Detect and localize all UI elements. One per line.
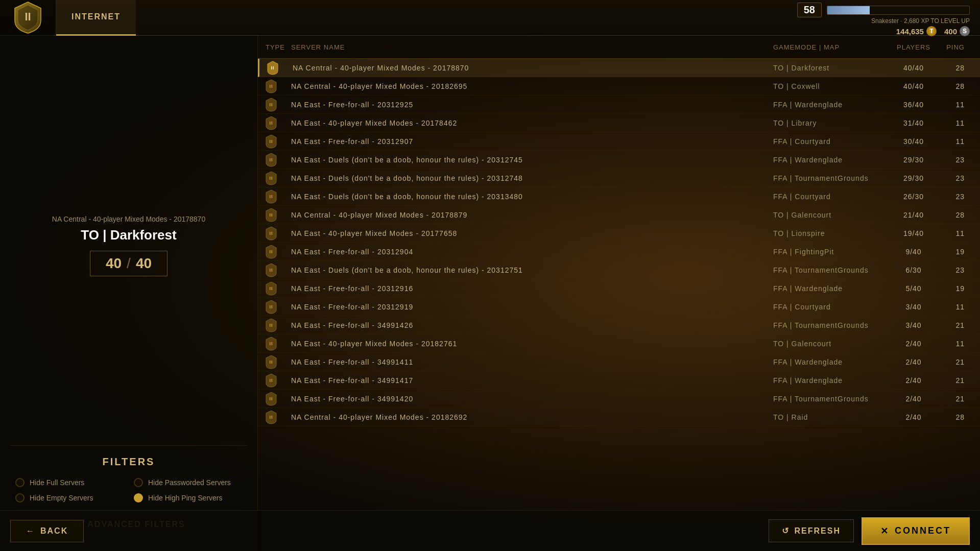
xp-bar-fill: [827, 6, 870, 14]
server-name: NA East - Duels (don't be a doob, honour…: [291, 193, 773, 201]
table-row[interactable]: II NA East - Free-for-all - 20312925 FFA…: [258, 95, 980, 114]
svg-text:II: II: [269, 176, 273, 181]
currency-row: 144,635 T 400 S: [896, 26, 970, 36]
server-ping: 11: [937, 137, 972, 146]
server-ping: 21: [937, 358, 972, 366]
server-players: 29/30: [891, 156, 937, 164]
server-type-icon: II: [266, 134, 291, 149]
svg-text:II: II: [269, 231, 273, 236]
server-players: 9/40: [891, 248, 937, 256]
table-row[interactable]: II NA East - 40-player Mixed Modes - 201…: [258, 114, 980, 132]
gold-coin-icon: T: [926, 26, 937, 36]
table-row[interactable]: II NA East - Duels (don't be a doob, hon…: [258, 187, 980, 206]
server-players: 2/40: [891, 376, 937, 385]
svg-text:II: II: [269, 378, 273, 383]
server-players: 2/40: [891, 340, 937, 348]
server-gamemode: FFA | Wardenglade: [773, 101, 891, 109]
svg-text:II: II: [25, 10, 31, 23]
server-players: 6/30: [891, 266, 937, 274]
server-players: 30/40: [891, 137, 937, 146]
back-button[interactable]: ← BACK: [10, 520, 84, 542]
filter-dot-hide-full: [15, 478, 25, 487]
server-name: NA East - Free-for-all - 34991420: [291, 395, 773, 403]
server-type-icon: II: [266, 337, 291, 351]
server-name: NA East - Free-for-all - 34991417: [291, 376, 773, 385]
server-ping: 23: [937, 266, 972, 274]
server-players: 2/40: [891, 413, 937, 421]
svg-text:II: II: [269, 121, 273, 126]
server-type-icon: II: [266, 355, 291, 369]
server-gamemode: FFA | TournamentGrounds: [773, 395, 891, 403]
filter-grid: Hide Full Servers Hide Passworded Server…: [15, 478, 242, 502]
server-name: NA East - 40-player Mixed Modes - 201827…: [291, 340, 773, 348]
refresh-button[interactable]: ↺ REFRESH: [769, 519, 854, 542]
server-type-icon: II: [267, 61, 293, 75]
selected-server-gamemode: TO | Darkforest: [81, 227, 176, 243]
table-row[interactable]: II NA East - Free-for-all - 34991420 FFA…: [258, 390, 980, 408]
server-ping: 19: [937, 284, 972, 293]
server-ping: 21: [937, 321, 972, 329]
filter-hide-full[interactable]: Hide Full Servers: [15, 478, 124, 487]
server-name: NA East - Free-for-all - 34991426: [291, 321, 773, 329]
svg-text:II: II: [269, 102, 273, 107]
svg-text:II: II: [269, 323, 273, 328]
server-ping: 11: [937, 101, 972, 109]
table-row[interactable]: II NA Central - 40-player Mixed Modes - …: [258, 77, 980, 95]
table-row[interactable]: II NA East - Duels (don't be a doob, hon…: [258, 261, 980, 279]
server-gamemode: FFA | Wardenglade: [773, 156, 891, 164]
selected-server-name: NA Central - 40-player Mixed Modes - 201…: [52, 215, 205, 223]
filter-hide-passworded[interactable]: Hide Passworded Servers: [134, 478, 242, 487]
gold-currency: 144,635 T: [896, 26, 937, 36]
table-row[interactable]: II NA Central - 40-player Mixed Modes - …: [258, 59, 980, 77]
filter-hide-empty[interactable]: Hide Empty Servers: [15, 493, 124, 502]
silver-coin-icon: S: [960, 26, 970, 36]
server-name: NA East - Free-for-all - 20312925: [291, 101, 773, 109]
server-preview: NA Central - 40-player Mixed Modes - 201…: [10, 46, 247, 445]
server-name: NA Central - 40-player Mixed Modes - 201…: [291, 211, 773, 219]
top-bar: II INTERNET 58 Snakester · 2,680 XP TO L…: [0, 0, 980, 36]
table-row[interactable]: II NA East - Free-for-all - 20312919 FFA…: [258, 298, 980, 316]
col-header-gamemode: GAMEMODE | MAP: [773, 43, 891, 51]
server-ping: 21: [937, 395, 972, 403]
server-ping: 23: [937, 156, 972, 164]
table-row[interactable]: II NA East - 40-player Mixed Modes - 201…: [258, 224, 980, 243]
server-list[interactable]: II NA Central - 40-player Mixed Modes - …: [258, 59, 980, 510]
table-row[interactable]: II NA Central - 40-player Mixed Modes - …: [258, 206, 980, 224]
svg-text:II: II: [269, 268, 273, 273]
server-type-icon: II: [266, 116, 291, 130]
server-gamemode: TO | Raid: [773, 413, 891, 421]
server-name: NA East - Free-for-all - 20312904: [291, 248, 773, 256]
server-type-icon: II: [266, 318, 291, 332]
svg-text:II: II: [269, 84, 273, 89]
server-ping: 11: [937, 340, 972, 348]
server-name: NA East - Duels (don't be a doob, honour…: [291, 156, 773, 164]
connect-button[interactable]: ✕ CONNECT: [862, 517, 970, 545]
table-row[interactable]: II NA East - Free-for-all - 34991417 FFA…: [258, 371, 980, 390]
table-row[interactable]: II NA Central - 40-player Mixed Modes - …: [258, 408, 980, 426]
table-row[interactable]: II NA East - 40-player Mixed Modes - 201…: [258, 334, 980, 353]
server-name: NA East - Free-for-all - 20312919: [291, 303, 773, 311]
table-header: TYPE SERVER NAME GAMEMODE | MAP PLAYERS …: [258, 36, 980, 59]
table-row[interactable]: II NA East - Free-for-all - 34991411 FFA…: [258, 353, 980, 371]
server-name: NA East - Free-for-all - 34991411: [291, 358, 773, 366]
table-row[interactable]: II NA East - Free-for-all - 20312916 FFA…: [258, 279, 980, 298]
server-type-icon: II: [266, 98, 291, 112]
svg-text:II: II: [269, 341, 273, 346]
svg-text:II: II: [269, 157, 273, 162]
table-row[interactable]: II NA East - Duels (don't be a doob, hon…: [258, 151, 980, 169]
col-header-players: PLAYERS: [891, 43, 937, 51]
server-gamemode: FFA | TournamentGrounds: [773, 266, 891, 274]
table-row[interactable]: II NA East - Free-for-all - 20312907 FFA…: [258, 132, 980, 151]
server-players: 36/40: [891, 101, 937, 109]
server-gamemode: FFA | FightingPit: [773, 248, 891, 256]
table-row[interactable]: II NA East - Free-for-all - 20312904 FFA…: [258, 243, 980, 261]
server-name: NA Central - 40-player Mixed Modes - 201…: [293, 64, 773, 72]
table-row[interactable]: II NA East - Free-for-all - 34991426 FFA…: [258, 316, 980, 334]
svg-text:II: II: [269, 415, 273, 420]
tab-internet[interactable]: INTERNET: [56, 0, 136, 36]
server-gamemode: TO | Coxwell: [773, 82, 891, 90]
filter-hide-highping[interactable]: Hide High Ping Servers: [134, 493, 242, 502]
server-name: NA Central - 40-player Mixed Modes - 201…: [291, 82, 773, 90]
table-row[interactable]: II NA East - Duels (don't be a doob, hon…: [258, 169, 980, 187]
svg-text:II: II: [269, 360, 273, 365]
